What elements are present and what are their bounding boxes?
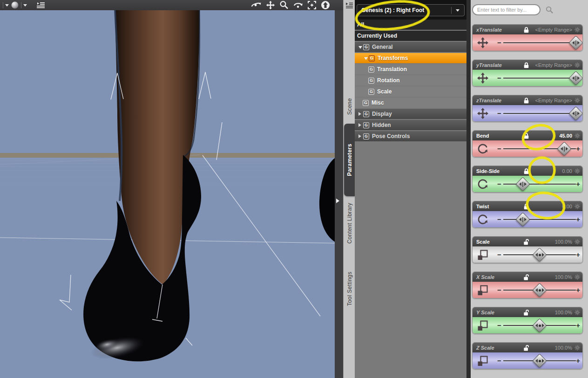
tree-item-transforms[interactable]: GTransforms (355, 53, 466, 63)
slider-track[interactable] (503, 113, 576, 114)
nudge-increase-button[interactable]: + (576, 251, 580, 258)
nudge-increase-button[interactable]: + (576, 145, 580, 152)
slider-handle[interactable] (568, 106, 583, 120)
lock-closed-icon[interactable] (523, 97, 529, 104)
gear-icon[interactable] (574, 62, 580, 68)
slider-track[interactable] (503, 184, 576, 185)
nudge-decrease-button[interactable]: − (497, 251, 501, 258)
tree-item-general[interactable]: GGeneral (355, 42, 466, 52)
pane-options-menu-icon[interactable] (345, 2, 354, 9)
slider-value[interactable]: 100.0% (531, 274, 572, 280)
chevron-right-icon[interactable] (358, 134, 363, 138)
slider-handle[interactable] (532, 283, 547, 297)
gear-icon[interactable] (574, 239, 580, 245)
dock-tab-scene[interactable]: Scene (344, 85, 355, 128)
slider-header: yTranslate<Empty Range> (473, 60, 582, 70)
slider-value[interactable]: 100.0% (531, 345, 572, 351)
tree-item-rotation[interactable]: GRotation (355, 75, 466, 86)
nudge-decrease-button[interactable]: − (497, 180, 501, 187)
tree-item-label: Transforms (378, 55, 408, 61)
nudge-decrease-button[interactable]: − (497, 357, 501, 364)
pan-camera-icon[interactable] (266, 0, 275, 10)
gear-icon[interactable] (574, 133, 580, 139)
nudge-decrease-button[interactable]: − (497, 145, 501, 152)
slider-track[interactable] (503, 78, 576, 79)
slider-track[interactable] (503, 42, 576, 43)
slider-value[interactable]: 0.00 (531, 204, 572, 209)
chevron-right-icon[interactable] (358, 123, 363, 127)
lock-open-icon[interactable] (523, 345, 529, 351)
gear-icon[interactable] (574, 168, 580, 174)
slider-handle[interactable] (557, 141, 571, 156)
chevron-right-icon[interactable] (358, 112, 363, 116)
lock-open-icon[interactable] (523, 239, 529, 245)
dock-tab-content-library[interactable]: Content Library (344, 197, 355, 249)
tree-item-translation[interactable]: GTranslation (355, 64, 466, 74)
slider-track[interactable] (503, 219, 576, 220)
camera-home-icon[interactable] (321, 0, 330, 10)
tree-item-misc[interactable]: GMisc (355, 98, 466, 108)
filter-input[interactable] (472, 4, 541, 15)
lock-closed-icon[interactable] (523, 133, 529, 139)
nudge-decrease-button[interactable]: − (497, 110, 501, 117)
slider-handle[interactable] (532, 353, 547, 368)
group-type-icon: G (368, 78, 374, 84)
nudge-decrease-button[interactable]: − (497, 39, 501, 46)
view-options-list-icon[interactable] (35, 1, 46, 9)
rotate-camera-icon[interactable] (293, 1, 303, 9)
lock-closed-icon[interactable] (523, 168, 529, 174)
expand-right-arrow-icon[interactable] (336, 199, 342, 203)
slider-handle[interactable] (568, 35, 583, 50)
dock-tab-tool-settings[interactable]: Tool Settings (344, 263, 355, 314)
lock-closed-icon[interactable] (523, 62, 529, 68)
shaded-sphere-icon[interactable] (11, 1, 19, 9)
tree-item-display[interactable]: GDisplay (355, 109, 466, 119)
nudge-increase-button[interactable]: + (576, 180, 580, 187)
nudge-decrease-button[interactable]: − (497, 286, 501, 293)
slider-handle[interactable] (532, 247, 547, 262)
gear-icon[interactable] (574, 27, 580, 33)
lock-closed-icon[interactable] (523, 27, 529, 33)
lock-open-icon[interactable] (523, 274, 529, 280)
sphere-dropdown-caret-icon[interactable] (23, 4, 27, 8)
frame-selection-icon[interactable] (307, 0, 317, 10)
nudge-increase-button[interactable]: + (576, 286, 580, 293)
slider-handle[interactable] (532, 318, 547, 332)
slider-value[interactable]: <Empty Range> (531, 62, 572, 68)
orbit-camera-icon[interactable] (250, 1, 262, 9)
chevron-down-icon[interactable] (358, 46, 362, 51)
zoom-camera-icon[interactable] (279, 0, 289, 10)
slider-handle[interactable] (516, 212, 530, 226)
nudge-decrease-button[interactable]: − (497, 74, 501, 81)
slider-value[interactable]: <Empty Range> (531, 27, 572, 33)
slider-handle[interactable] (516, 177, 530, 191)
chevron-down-icon[interactable] (364, 57, 368, 62)
viewport-3d[interactable] (0, 0, 335, 378)
nudge-increase-button[interactable]: + (576, 216, 580, 223)
tree-item-scale[interactable]: GScale (355, 86, 466, 97)
tree-item-currently-used[interactable]: Currently Used (355, 31, 466, 41)
gear-icon[interactable] (574, 310, 580, 315)
nudge-decrease-button[interactable]: − (497, 216, 501, 223)
gear-icon[interactable] (574, 345, 580, 351)
slider-value[interactable]: 45.00 (531, 133, 572, 139)
dock-tab-parameters[interactable]: Parameters (344, 124, 355, 196)
slider-value[interactable]: 100.0% (531, 310, 572, 315)
nudge-increase-button[interactable]: + (576, 322, 580, 329)
preset-dropdown-caret-icon[interactable] (5, 4, 9, 8)
gear-icon[interactable] (574, 274, 580, 280)
slider-handle[interactable] (568, 71, 583, 85)
slider-value[interactable]: <Empty Range> (531, 98, 572, 103)
tree-item-pose-controls[interactable]: GPose Controls (355, 131, 466, 141)
nudge-increase-button[interactable]: + (576, 357, 580, 364)
nudge-decrease-button[interactable]: − (497, 322, 501, 329)
tree-item-hidden[interactable]: GHidden (355, 120, 466, 130)
tree-item-all[interactable]: All (355, 20, 466, 30)
slider-value[interactable]: 100.0% (531, 239, 572, 245)
slider-value[interactable]: 0.00 (531, 168, 572, 174)
gear-icon[interactable] (574, 204, 580, 209)
lock-closed-icon[interactable] (523, 203, 529, 210)
gear-icon[interactable] (574, 98, 580, 103)
lock-open-icon[interactable] (523, 309, 529, 316)
node-selector-dropdown[interactable]: Genesis (2) : Right Foot (357, 4, 465, 16)
